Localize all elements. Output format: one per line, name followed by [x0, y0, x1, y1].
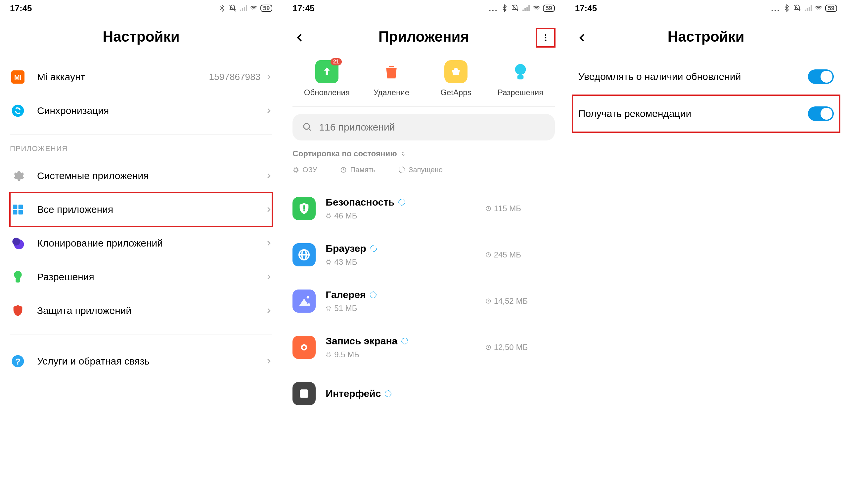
more-menu-button[interactable]	[536, 29, 555, 47]
svg-rect-28	[327, 307, 330, 310]
tile-permissions[interactable]: Разрешения	[488, 60, 553, 97]
update-icon: 21	[315, 60, 339, 83]
app-row[interactable]: Интерфейс	[293, 371, 554, 417]
action-tiles: 21 Обновления Удаление GetApps Разрешени…	[294, 60, 553, 97]
tile-label: Обновления	[304, 88, 350, 97]
battery-icon: 59	[825, 5, 837, 12]
svg-rect-4	[19, 204, 23, 209]
app-name: Галерея	[326, 289, 485, 301]
status-time: 17:45	[10, 3, 32, 14]
metric-tabs: ОЗУ Память Запущено	[293, 166, 554, 174]
shield-icon	[10, 303, 26, 319]
feedback-row[interactable]: ? Услуги и обратная связь	[10, 344, 272, 378]
svg-rect-3	[13, 204, 17, 209]
tab-ram[interactable]: ОЗУ	[293, 166, 317, 174]
chip-icon	[293, 166, 299, 173]
page-title: Настройки	[10, 29, 272, 45]
tab-storage[interactable]: Память	[340, 166, 376, 174]
setting-notify-updates[interactable]: Уведомлять о наличии обновлений	[575, 60, 837, 93]
battery-icon: 59	[260, 5, 272, 12]
clone-apps-row[interactable]: Клонирование приложений	[10, 227, 272, 260]
highlighted-setting: Получать рекомендации	[572, 94, 841, 133]
search-icon	[302, 122, 312, 132]
spinner-icon	[401, 338, 408, 344]
divider	[10, 134, 272, 134]
svg-point-8	[12, 238, 20, 245]
signal-icon	[239, 4, 247, 12]
clone-icon	[10, 235, 26, 251]
mi-icon: MI	[10, 69, 26, 85]
toggle-switch[interactable]	[808, 69, 834, 84]
chevron-right-icon	[265, 107, 272, 114]
bluetooth-icon	[501, 4, 508, 12]
tile-updates[interactable]: 21 Обновления	[294, 60, 359, 97]
sync-row[interactable]: Синхронизация	[10, 94, 272, 128]
app-ram: 43 МБ	[326, 257, 485, 267]
battery-icon: 59	[543, 5, 555, 12]
setting-label: Уведомлять о наличии обновлений	[578, 70, 808, 84]
status-bar: 17:45 59	[10, 0, 272, 17]
app-lock-row[interactable]: Защита приложений	[10, 294, 272, 327]
back-button[interactable]	[293, 31, 307, 45]
more-dots: ...	[489, 3, 498, 14]
chevron-right-icon	[265, 240, 272, 247]
toggle-switch[interactable]	[808, 106, 834, 121]
status-icons: ... 59	[771, 3, 837, 14]
system-apps-row[interactable]: Системные приложения	[10, 159, 272, 193]
wifi-icon	[532, 4, 540, 12]
app-icon	[293, 197, 316, 220]
status-bar: 17:45 ... 59	[293, 0, 554, 17]
app-row[interactable]: Запись экрана9,5 МБ12,50 МБ	[293, 324, 554, 371]
svg-point-14	[544, 37, 546, 39]
spinner-icon	[398, 199, 405, 205]
tile-label: GetApps	[440, 88, 471, 97]
app-list: Безопасность46 МБ115 МББраузер43 МБ245 М…	[293, 185, 554, 417]
signal-icon	[522, 4, 530, 12]
app-icon	[293, 289, 316, 313]
tab-label: ОЗУ	[302, 166, 317, 174]
spinner-icon	[385, 390, 392, 397]
sync-icon	[10, 103, 26, 119]
app-storage: 14,52 МБ	[485, 296, 555, 306]
svg-rect-10	[16, 278, 20, 282]
tile-label: Удаление	[374, 88, 409, 97]
mi-account-row[interactable]: MI Mi аккаунт 1597867983	[10, 60, 272, 94]
bluetooth-icon	[783, 4, 791, 12]
tab-running[interactable]: Запущено	[399, 166, 443, 174]
mute-icon	[229, 4, 237, 12]
pane-settings: 17:45 59 Настройки MI Mi аккаунт 1597867…	[0, 0, 282, 504]
chevron-right-icon	[265, 307, 272, 314]
signal-icon	[804, 4, 812, 12]
sort-label: Сортировка по состоянию	[293, 149, 397, 158]
page-title-text: Приложения	[379, 29, 469, 44]
row-label: Все приложения	[37, 204, 265, 215]
mi-account-value: 1597867983	[209, 72, 261, 82]
search-box[interactable]	[293, 114, 554, 141]
svg-text:MI: MI	[14, 74, 21, 81]
svg-point-13	[544, 34, 546, 36]
tile-uninstall[interactable]: Удаление	[359, 60, 424, 97]
update-badge: 21	[330, 58, 342, 66]
setting-recommendations[interactable]: Получать рекомендации	[575, 97, 837, 130]
page-title-text: Настройки	[668, 29, 744, 44]
clock-icon	[340, 166, 347, 173]
app-row[interactable]: Галерея51 МБ14,52 МБ	[293, 278, 554, 324]
back-button[interactable]	[575, 31, 590, 45]
app-row[interactable]: Браузер43 МБ245 МБ	[293, 232, 554, 278]
sort-button[interactable]: Сортировка по состоянию	[293, 149, 554, 158]
search-input[interactable]	[319, 122, 544, 133]
tile-getapps[interactable]: GetApps	[424, 60, 488, 97]
app-ram: 46 МБ	[326, 211, 485, 220]
svg-rect-25	[327, 261, 330, 264]
divider	[10, 334, 272, 335]
permissions-icon	[10, 269, 26, 285]
chevron-right-icon	[265, 358, 272, 365]
permissions-row[interactable]: Разрешения	[10, 260, 272, 294]
app-row[interactable]: Безопасность46 МБ115 МБ	[293, 185, 554, 232]
svg-rect-21	[327, 215, 330, 217]
svg-point-31	[303, 346, 306, 349]
wifi-icon	[815, 4, 823, 12]
all-apps-row[interactable]: Все приложения	[10, 193, 272, 227]
wifi-icon	[250, 4, 258, 12]
app-storage: 245 МБ	[485, 250, 555, 259]
